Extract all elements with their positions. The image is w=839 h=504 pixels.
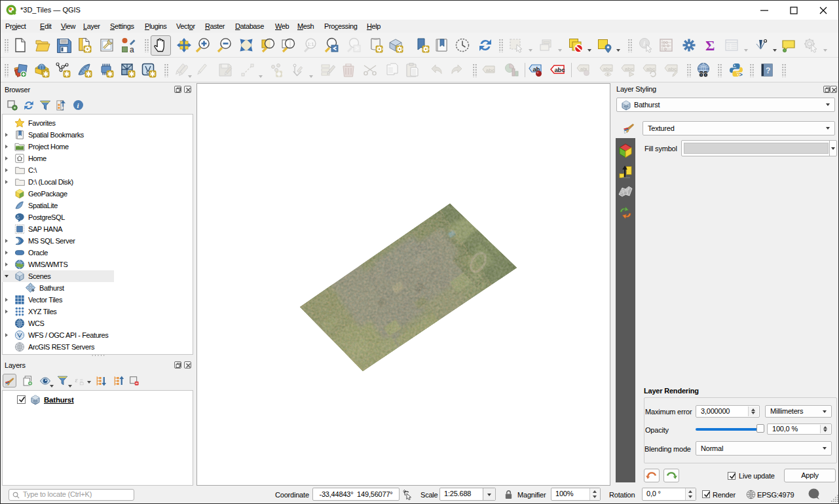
svg-text:a: a (130, 45, 134, 53)
svg-text:abc: abc (668, 66, 677, 72)
svg-text:ε: ε (75, 376, 78, 384)
svg-text:?: ? (766, 66, 770, 75)
svg-text:>: > (739, 71, 743, 78)
svg-text:abc: abc (486, 67, 495, 73)
svg-text:1:1: 1:1 (308, 41, 314, 47)
svg-text:abc: abc (555, 66, 565, 73)
svg-text:abc: abc (625, 66, 634, 72)
svg-text:abc: abc (646, 66, 656, 72)
svg-text:abc: abc (603, 66, 612, 72)
svg-text:Σ: Σ (705, 37, 715, 53)
